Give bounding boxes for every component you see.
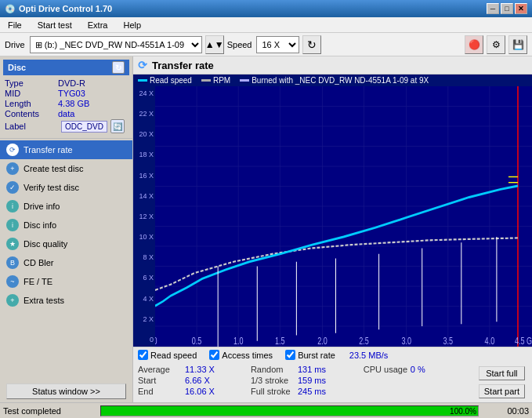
nav-cd-bler[interactable]: B CD Bler: [0, 253, 132, 272]
nav-disc-quality[interactable]: ★ Disc quality: [0, 234, 132, 253]
toolbar: Drive ⊞ (b:) _NEC DVD_RW ND-4551A 1-09 ▲…: [0, 33, 532, 56]
legend-rpm-label: RPM: [213, 76, 230, 85]
burst-rate-checkbox[interactable]: [285, 350, 295, 360]
speed-refresh-button[interactable]: ↻: [302, 35, 321, 54]
disc-type-label: Type: [5, 78, 58, 88]
disc-length-label: Length: [5, 99, 58, 108]
nav-create-test-disc[interactable]: + Create test disc: [0, 159, 132, 178]
disc-info-icon: i: [6, 219, 19, 231]
stats-col-3: CPU usage 0 %: [362, 364, 475, 401]
nav-verify-test-disc[interactable]: ✓ Verify test disc: [0, 178, 132, 197]
label-action-button[interactable]: 🔄: [110, 119, 125, 133]
legend-burned-with-label: Burned with _NEC DVD_RW ND-4551A 1-09 at…: [252, 76, 429, 85]
main-area: Disc ↻ Type DVD-R MID TYG03 Length 4.38 …: [0, 56, 532, 402]
stats-buttons: Start full Start part: [475, 364, 529, 401]
titlebar-controls: ─ □ ✕: [487, 3, 527, 14]
stats-col-2: Random 131 ms 1/3 stroke 159 ms Full str…: [249, 364, 362, 401]
menu-extra[interactable]: Extra: [83, 19, 113, 31]
app-icon: 💿: [5, 4, 16, 14]
toolbar-btn-3[interactable]: 💾: [508, 35, 527, 54]
nav-disc-info[interactable]: i Disc info: [0, 216, 132, 234]
stats-end-row: End 16.06 X: [136, 386, 249, 397]
cb-read-speed: Read speed: [138, 350, 197, 360]
start-part-button[interactable]: Start part: [479, 384, 525, 398]
y-label-8: 8 X: [135, 253, 154, 261]
disc-length-row: Length 4.38 GB: [5, 99, 128, 108]
app-title: Opti Drive Control 1.70: [19, 4, 112, 13]
nav-extra-tests[interactable]: + Extra tests: [0, 291, 132, 310]
chart-area: 24 X 22 X 20 X 18 X 16 X 14 X 12 X 10 X …: [133, 86, 532, 347]
nav-drive-info[interactable]: i Drive info: [0, 197, 132, 216]
disc-table: Type DVD-R MID TYG03 Length 4.38 GB Cont…: [3, 78, 129, 133]
nav-transfer-rate-label: Transfer rate: [24, 145, 73, 154]
toolbar-btn-2[interactable]: ⚙: [487, 35, 505, 54]
y-label-2: 2 X: [135, 315, 154, 323]
extra-tests-icon: +: [6, 294, 19, 307]
y-label-6: 6 X: [135, 274, 154, 282]
disc-mid-row: MID TYG03: [5, 89, 128, 98]
menu-file[interactable]: File: [3, 19, 27, 31]
status-time: 00:03: [482, 406, 529, 416]
y-label-20: 20 X: [135, 130, 154, 138]
progress-label: 100.0%: [450, 406, 476, 417]
speed-select[interactable]: 16 X: [256, 36, 299, 53]
nav-extra-tests-label: Extra tests: [24, 296, 64, 305]
maximize-button[interactable]: □: [501, 3, 513, 14]
status-window-button[interactable]: Status window >>: [6, 383, 126, 399]
y-label-18: 18 X: [135, 151, 154, 158]
read-speed-checkbox[interactable]: [138, 350, 148, 360]
drive-label: Drive: [5, 40, 25, 49]
close-button[interactable]: ✕: [515, 3, 527, 14]
nav-drive-info-label: Drive info: [24, 202, 60, 211]
drive-refresh-button[interactable]: ▲▼: [205, 35, 224, 54]
stats-average-row: Average 11.33 X: [136, 364, 249, 375]
chart-legend: Read speed RPM Burned with _NEC DVD_RW N…: [133, 75, 532, 86]
disc-contents-value: data: [58, 109, 74, 118]
menu-start-test[interactable]: Start test: [33, 19, 77, 31]
burst-rate-cb-label: Burst rate: [298, 351, 335, 360]
drive-select[interactable]: ⊞ (b:) _NEC DVD_RW ND-4551A 1-09: [30, 36, 202, 53]
svg-text:2.0: 2.0: [317, 335, 328, 346]
nav-fe-te[interactable]: ~ FE / TE: [0, 272, 132, 291]
drive-info-icon: i: [6, 200, 19, 213]
legend-rpm: RPM: [201, 76, 230, 85]
start-full-button[interactable]: Start full: [479, 366, 525, 380]
random-value: 131 ms: [298, 365, 341, 374]
speed-label: Speed: [227, 40, 252, 49]
y-label-22: 22 X: [135, 110, 154, 118]
cb-burst-rate: Burst rate: [285, 350, 335, 360]
svg-text:4.5 GB: 4.5 GB: [515, 335, 532, 346]
titlebar: 💿 Opti Drive Control 1.70 ─ □ ✕: [0, 0, 532, 17]
cpu-label: CPU usage: [364, 365, 411, 374]
nav-divider-1: [0, 138, 132, 139]
access-times-checkbox[interactable]: [209, 350, 219, 360]
stats-col-1: Average 11.33 X Start 6.66 X End 16.06 X: [136, 364, 249, 401]
start-value: 6.66 X: [185, 376, 228, 385]
svg-text:2.5: 2.5: [359, 335, 369, 346]
disc-section: Disc ↻ Type DVD-R MID TYG03 Length 4.38 …: [0, 56, 132, 136]
nav-create-test-disc-label: Create test disc: [24, 164, 83, 173]
disc-title: Disc: [8, 63, 26, 72]
disc-refresh-button[interactable]: ↻: [112, 61, 125, 74]
nav-fe-te-label: FE / TE: [24, 277, 52, 286]
access-times-cb-label: Access times: [222, 351, 273, 360]
stroke-1-3-value: 159 ms: [298, 376, 341, 385]
legend-read-speed-label: Read speed: [150, 76, 192, 85]
chart-inner[interactable]: 0 0.5 1.0 1.5 2.0 2.5 3.0 3.5 4.0 4.5 GB: [155, 86, 532, 347]
rpm-color: [201, 79, 211, 82]
start-label: Start: [138, 376, 185, 385]
stats-grid: Average 11.33 X Start 6.66 X End 16.06 X…: [133, 362, 532, 402]
disc-header: Disc ↻: [3, 60, 129, 75]
svg-text:1.5: 1.5: [275, 335, 285, 346]
disc-contents-row: Contents data: [5, 109, 128, 118]
stats-start-row: Start 6.66 X: [136, 375, 249, 386]
chart-header: ⟳ Transfer rate: [133, 56, 532, 75]
toolbar-btn-1[interactable]: 🔴: [465, 35, 483, 54]
nav-transfer-rate[interactable]: ⟳ Transfer rate: [0, 140, 132, 159]
minimize-button[interactable]: ─: [487, 3, 499, 14]
chart-title-icon: ⟳: [138, 59, 147, 71]
menu-help[interactable]: Help: [118, 19, 146, 31]
progress-container: 100.0%: [100, 405, 479, 416]
svg-text:3.5: 3.5: [443, 335, 454, 346]
right-panel: ⟳ Transfer rate Read speed RPM Burned wi…: [133, 56, 532, 402]
